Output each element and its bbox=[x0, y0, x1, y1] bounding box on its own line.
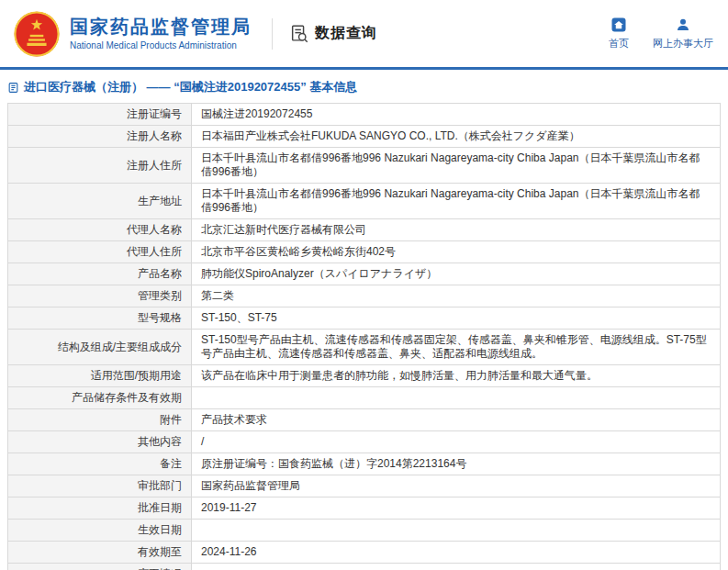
agency-name-block: 国家药品监督管理局 National Medical Products Admi… bbox=[70, 16, 252, 51]
row-label: 注册证编号 bbox=[8, 104, 192, 126]
table-row: 有效期至 2024-11-26 bbox=[8, 542, 721, 564]
table-row: 其他内容 / bbox=[8, 431, 721, 453]
row-value: 日本千叶县流山市名都借996番地996 Nazukari Nagareyama-… bbox=[192, 148, 721, 184]
table-row: 结构及组成/主要组成成分 ST-150型号产品由主机、流速传感器和传感器固定架、… bbox=[8, 330, 721, 365]
row-value bbox=[192, 564, 721, 570]
row-label: 附件 bbox=[8, 409, 192, 431]
row-label: 生效日期 bbox=[8, 520, 192, 542]
row-value: 国械注进20192072455 bbox=[192, 104, 721, 126]
national-emblem-logo bbox=[13, 10, 61, 58]
data-query-section: 数据查询 bbox=[289, 24, 377, 44]
row-value: 北京汇达新时代医疗器械有限公司 bbox=[192, 219, 721, 241]
document-search-icon bbox=[289, 24, 309, 44]
header-divider bbox=[272, 18, 273, 50]
table-row: 注册人名称 日本福田产业株式会社FUKUDA SANGYO CO., LTD.（… bbox=[8, 126, 721, 148]
row-label: 产品储存条件及有效期 bbox=[8, 387, 192, 409]
registration-info-table: 注册证编号 国械注进20192072455 注册人名称 日本福田产业株式会社FU… bbox=[7, 103, 721, 570]
table-row: 备注 原注册证编号：国食药监械（进）字2014第2213164号 bbox=[8, 453, 721, 475]
row-label: 代理人住所 bbox=[8, 241, 192, 263]
table-row: 变更情况 bbox=[8, 564, 721, 570]
breadcrumb: 进口医疗器械（注册） —— “国械注进20192072455” 基本信息 bbox=[0, 70, 728, 103]
row-label: 结构及组成/主要组成成分 bbox=[8, 330, 192, 365]
row-label: 管理类别 bbox=[8, 285, 192, 307]
table-row: 适用范围/预期用途 该产品在临床中用于测量患者的肺功能，如慢肺活量、用力肺活量和… bbox=[8, 365, 721, 387]
row-label: 注册人住所 bbox=[8, 148, 192, 184]
row-label: 备注 bbox=[8, 453, 192, 475]
row-value: 北京市平谷区黄松峪乡黄松峪东街402号 bbox=[192, 241, 721, 263]
row-value bbox=[192, 520, 721, 542]
online-hall-link-label: 网上办事大厅 bbox=[653, 37, 713, 50]
row-value: / bbox=[192, 431, 721, 453]
table-row: 注册人住所 日本千叶县流山市名都借996番地996 Nazukari Nagar… bbox=[8, 148, 721, 184]
table-row: 批准日期 2019-11-27 bbox=[8, 497, 721, 520]
row-label: 适用范围/预期用途 bbox=[8, 365, 192, 387]
row-value: 该产品在临床中用于测量患者的肺功能，如慢肺活量、用力肺活量和最大通气量。 bbox=[192, 365, 721, 387]
row-label: 变更情况 bbox=[8, 564, 192, 570]
row-label: 产品名称 bbox=[8, 263, 192, 285]
table-row: 生产地址 日本千叶县流山市名都借996番地996 Nazukari Nagare… bbox=[8, 184, 721, 219]
online-hall-link[interactable]: 网上办事大厅 bbox=[653, 17, 713, 50]
row-value: ST-150、ST-75 bbox=[192, 307, 721, 330]
row-value: 产品技术要求 bbox=[192, 409, 721, 431]
row-label: 型号规格 bbox=[8, 307, 192, 330]
row-value: ST-150型号产品由主机、流速传感器和传感器固定架、传感器盖、鼻夹和锥形管、电… bbox=[192, 330, 721, 365]
person-icon bbox=[675, 17, 691, 33]
table-row: 产品名称 肺功能仪SpiroAnalyzer（スパイロアナライザ） bbox=[8, 263, 721, 285]
agency-name-cn: 国家药品监督管理局 bbox=[70, 16, 252, 38]
header-links: 首页 网上办事大厅 bbox=[609, 17, 713, 50]
row-label: 代理人名称 bbox=[8, 219, 192, 241]
page-header: 国家药品监督管理局 National Medical Products Admi… bbox=[0, 0, 728, 67]
table-row: 代理人名称 北京汇达新时代医疗器械有限公司 bbox=[8, 219, 721, 241]
agency-name-en: National Medical Products Administration bbox=[70, 40, 252, 51]
row-label: 审批部门 bbox=[8, 475, 192, 497]
table-row: 型号规格 ST-150、ST-75 bbox=[8, 307, 721, 330]
page-title: 进口医疗器械（注册） —— “国械注进20192072455” 基本信息 bbox=[24, 79, 357, 95]
row-label: 生产地址 bbox=[8, 184, 192, 219]
home-link[interactable]: 首页 bbox=[609, 17, 629, 50]
row-value: 第二类 bbox=[192, 285, 721, 307]
row-value bbox=[192, 387, 721, 409]
row-value: 2024-11-26 bbox=[192, 542, 721, 564]
row-label: 其他内容 bbox=[8, 431, 192, 453]
table-row: 管理类别 第二类 bbox=[8, 285, 721, 307]
home-icon bbox=[610, 17, 627, 33]
table-row: 附件 产品技术要求 bbox=[8, 409, 721, 431]
row-value: 日本千叶县流山市名都借996番地996 Nazukari Nagareyama-… bbox=[192, 184, 721, 219]
table-row: 注册证编号 国械注进20192072455 bbox=[8, 104, 721, 126]
table-row: 代理人住所 北京市平谷区黄松峪乡黄松峪东街402号 bbox=[8, 241, 721, 263]
document-icon bbox=[7, 82, 19, 94]
row-value: 原注册证编号：国食药监械（进）字2014第2213164号 bbox=[192, 453, 721, 475]
row-value: 2019-11-27 bbox=[192, 497, 721, 520]
row-label: 有效期至 bbox=[8, 542, 192, 564]
table-row: 生效日期 bbox=[8, 520, 721, 542]
row-value: 日本福田产业株式会社FUKUDA SANGYO CO., LTD.（株式会社フク… bbox=[192, 126, 721, 148]
row-value: 肺功能仪SpiroAnalyzer（スパイロアナライザ） bbox=[192, 263, 721, 285]
table-row: 产品储存条件及有效期 bbox=[8, 387, 721, 409]
row-label: 批准日期 bbox=[8, 497, 192, 520]
home-link-label: 首页 bbox=[609, 37, 629, 50]
table-row: 审批部门 国家药品监督管理局 bbox=[8, 475, 721, 497]
row-value: 国家药品监督管理局 bbox=[192, 475, 721, 497]
data-query-title: 数据查询 bbox=[315, 24, 377, 43]
row-label: 注册人名称 bbox=[8, 126, 192, 148]
